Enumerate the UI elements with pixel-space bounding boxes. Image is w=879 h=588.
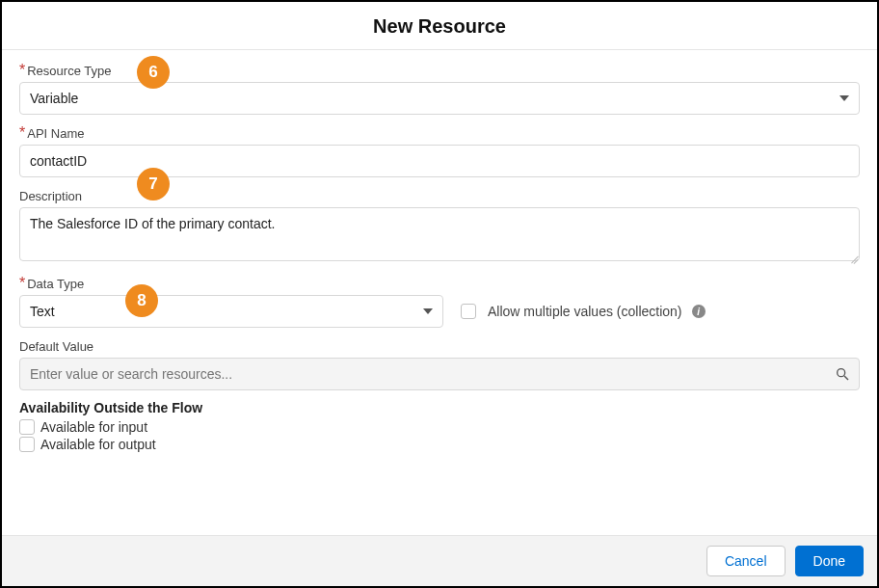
data-type-field: *Data Type Text Allow multiple values (c… bbox=[19, 275, 860, 328]
data-type-select[interactable]: Text bbox=[19, 295, 443, 328]
resource-type-value: Variable bbox=[30, 91, 78, 106]
available-input-label: Available for input bbox=[40, 419, 147, 435]
new-resource-modal: New Resource *Resource Type Variable 6 *… bbox=[0, 0, 879, 588]
required-mark: * bbox=[19, 275, 25, 291]
resource-type-field: *Resource Type Variable 6 bbox=[19, 62, 860, 115]
callout-7: 7 bbox=[137, 168, 170, 200]
default-value-input[interactable] bbox=[19, 358, 860, 390]
chevron-down-icon bbox=[423, 308, 433, 314]
available-input-option[interactable]: Available for input bbox=[19, 419, 860, 435]
modal-header: New Resource bbox=[2, 2, 877, 50]
modal-body: *Resource Type Variable 6 *API Name Desc… bbox=[2, 50, 877, 535]
default-value-label: Default Value bbox=[19, 339, 93, 354]
default-value-field: Default Value bbox=[19, 337, 860, 390]
modal-title: New Resource bbox=[2, 15, 877, 38]
description-input[interactable] bbox=[19, 207, 860, 261]
data-type-value: Text bbox=[30, 304, 55, 319]
chevron-down-icon bbox=[839, 95, 849, 101]
allow-multiple-label: Allow multiple values (collection) bbox=[488, 304, 682, 319]
allow-multiple-checkbox[interactable] bbox=[461, 304, 476, 319]
required-mark: * bbox=[19, 124, 25, 141]
modal-footer: Cancel Done bbox=[2, 535, 877, 586]
description-field: Description 7 bbox=[19, 187, 860, 265]
available-input-checkbox[interactable] bbox=[19, 419, 35, 435]
done-button[interactable]: Done bbox=[795, 546, 864, 576]
available-output-label: Available for output bbox=[40, 437, 156, 452]
allow-multiple-option[interactable]: Allow multiple values (collection) i bbox=[461, 304, 706, 319]
availability-title: Availability Outside the Flow bbox=[19, 400, 860, 415]
api-name-label: *API Name bbox=[19, 124, 860, 145]
description-label: Description bbox=[19, 189, 82, 203]
callout-6: 6 bbox=[137, 56, 170, 89]
available-output-checkbox[interactable] bbox=[19, 437, 35, 452]
available-output-option[interactable]: Available for output bbox=[19, 437, 860, 452]
required-mark: * bbox=[19, 62, 25, 78]
callout-8: 8 bbox=[125, 284, 158, 317]
info-icon[interactable]: i bbox=[692, 305, 706, 318]
cancel-button[interactable]: Cancel bbox=[706, 546, 786, 576]
